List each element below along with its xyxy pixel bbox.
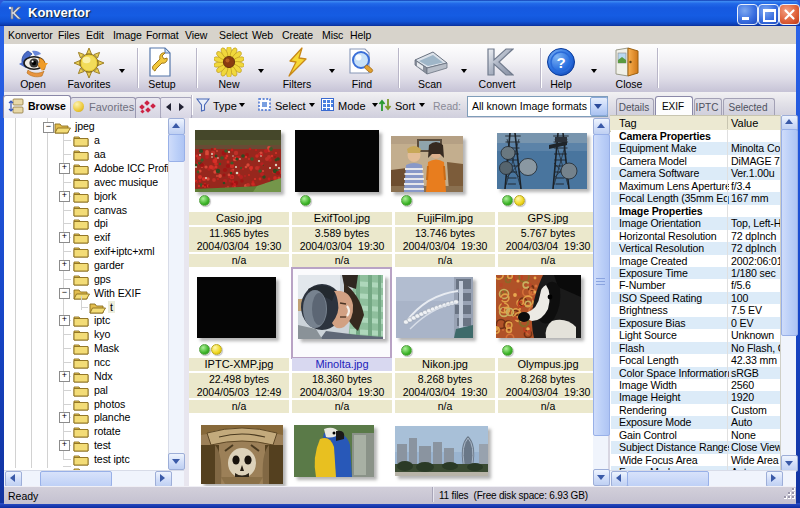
svg-text:?: ? bbox=[556, 54, 565, 71]
